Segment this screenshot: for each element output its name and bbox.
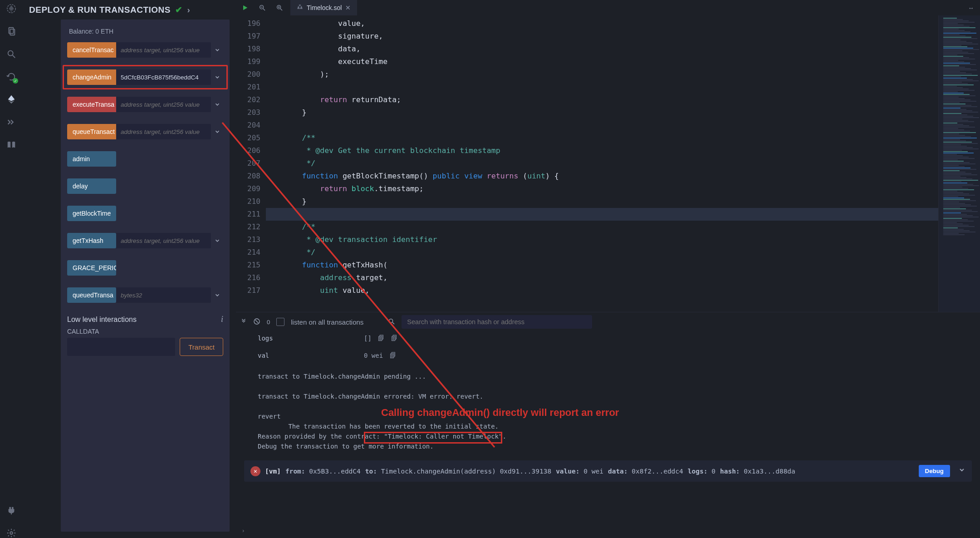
terminal-search-input[interactable] (402, 315, 592, 329)
function-button-cancelTransac[interactable]: cancelTransac (67, 42, 116, 58)
collapse-icon[interactable] (240, 318, 247, 326)
function-button-delay[interactable]: delay (67, 178, 116, 194)
data-label: data: (608, 468, 628, 475)
expand-icon[interactable]: ↔ (965, 1, 977, 14)
minimap[interactable] (938, 15, 980, 312)
debugger-icon[interactable] (6, 117, 16, 127)
function-button-changeAdmin[interactable]: changeAdmin (67, 69, 116, 85)
function-button-queuedTransa[interactable]: queuedTransa (67, 287, 116, 303)
terminal-prompt[interactable]: › (236, 523, 980, 538)
function-button-GRACE_PERIO[interactable]: GRACE_PERIO (67, 260, 116, 276)
to-value: Timelock.changeAdmin(address) 0xd91...39… (381, 468, 551, 475)
lowlevel-title: Low level interactions (67, 316, 137, 324)
listen-label: listen on all transactions (291, 318, 363, 326)
val-label: val (258, 350, 353, 360)
transact-button[interactable]: Transact (180, 338, 223, 356)
function-row-getBlockTime: getBlockTime (67, 206, 223, 221)
data-value: 0x8f2...eddc4 (632, 468, 683, 475)
function-button-getTxHash[interactable]: getTxHash (67, 233, 116, 248)
function-button-admin[interactable]: admin (67, 151, 116, 167)
function-input-queuedTransa[interactable] (116, 287, 211, 303)
function-row-admin: admin (67, 151, 223, 167)
play-icon[interactable] (239, 1, 251, 14)
line-gutter: 1961971981992002012022032042052062072082… (236, 15, 266, 312)
copy-icon[interactable]: 🗐 (387, 335, 397, 342)
icon-sidebar: ✓ (0, 0, 23, 538)
info-icon[interactable]: i (221, 315, 223, 324)
calldata-label: CALLDATA (67, 328, 223, 335)
files-icon[interactable] (6, 26, 16, 36)
panel-body: Balance: 0 ETH cancelTransacchangeAdmine… (61, 20, 230, 532)
compiler-icon[interactable]: ✓ (6, 72, 16, 82)
debug-button[interactable]: Debug (919, 465, 950, 477)
editor-topbar: Timelock.sol ✕ ↔ (236, 0, 980, 15)
terminal-search-icon[interactable] (388, 318, 395, 326)
clear-icon[interactable] (253, 318, 260, 326)
function-row-changeAdmin: changeAdmin (67, 69, 223, 85)
plugin-icon[interactable] (6, 505, 16, 515)
listen-checkbox[interactable] (276, 318, 284, 326)
function-button-executeTransa[interactable]: executeTransa (67, 97, 116, 112)
expand-icon[interactable] (211, 292, 223, 298)
from-label: from: (285, 468, 305, 475)
hash-label: hash: (720, 468, 740, 475)
check-icon: ✔ (175, 5, 183, 15)
lowlevel-header: Low level interactions i (67, 315, 223, 324)
vm-tag: [vm] (265, 466, 281, 476)
code-editor[interactable]: 1961971981992002012022032042052062072082… (236, 15, 980, 312)
copy-icon[interactable]: 🗐 (374, 335, 384, 342)
zoom-out-icon[interactable] (256, 1, 269, 14)
copy-icon[interactable]: 🗐 (386, 352, 396, 359)
search-icon[interactable] (6, 49, 16, 59)
expand-icon[interactable] (211, 74, 223, 80)
tx-summary-row[interactable]: ✕ [vm] from: 0x5B3...eddC4 to: Timelock.… (244, 460, 972, 482)
expand-icon[interactable] (211, 101, 223, 108)
to-label: to: (365, 468, 377, 475)
close-icon[interactable]: ✕ (345, 4, 351, 11)
expand-icon[interactable] (211, 237, 223, 244)
panel-title: DEPLOY & RUN TRANSACTIONS (29, 5, 171, 15)
svg-rect-2 (10, 29, 15, 35)
logs-label: logs (258, 333, 353, 343)
pending-count: 0 (267, 319, 270, 326)
function-row-GRACE_PERIO: GRACE_PERIO (67, 260, 223, 276)
function-row-cancelTransac: cancelTransac (67, 42, 223, 58)
deploy-icon[interactable] (6, 94, 16, 104)
svg-point-8 (389, 319, 393, 322)
function-input-queueTransact[interactable] (116, 124, 211, 139)
function-input-executeTransa[interactable] (116, 97, 211, 112)
settings-icon[interactable] (6, 528, 16, 538)
function-input-changeAdmin[interactable] (116, 69, 211, 85)
annotation-text: Calling changeAdmin() directly will repo… (381, 408, 619, 418)
chevron-down-icon[interactable] (958, 466, 965, 476)
function-input-getTxHash[interactable] (116, 233, 211, 248)
ethereum-logo-icon[interactable] (6, 4, 16, 14)
val-value: 0 wei (364, 352, 383, 359)
svg-point-3 (8, 51, 13, 56)
function-row-queueTransact: queueTransact (67, 124, 223, 139)
zoom-in-icon[interactable] (273, 1, 286, 14)
logs-value: [] (364, 335, 372, 342)
terminal-toolbar: 0 listen on all transactions (236, 312, 980, 331)
tab-filename: Timelock.sol (307, 4, 342, 11)
svg-rect-1 (9, 28, 14, 34)
calldata-input[interactable] (67, 338, 175, 356)
function-input-cancelTransac[interactable] (116, 42, 211, 58)
expand-icon[interactable] (211, 47, 223, 53)
terminal-output[interactable]: logs [] 🗐 🗐 val 0 wei 🗐 transact to Time… (236, 331, 980, 523)
terminal-panel: 0 listen on all transactions logs [] 🗐 🗐… (236, 312, 980, 538)
function-button-queueTransact[interactable]: queueTransact (67, 124, 116, 139)
balance-text: Balance: 0 ETH (67, 28, 223, 42)
chevron-right-icon[interactable]: › (187, 5, 190, 15)
main-area: Timelock.sol ✕ ↔ 19619719819920020120220… (236, 0, 980, 538)
deploy-panel: DEPLOY & RUN TRANSACTIONS ✔ › Balance: 0… (23, 0, 236, 538)
value-label: value: (556, 468, 579, 475)
txlogs-label: logs: (688, 468, 708, 475)
code-content[interactable]: value, signature, data, executeTime ); r… (266, 15, 938, 312)
function-row-getTxHash: getTxHash (67, 233, 223, 248)
function-row-executeTransa: executeTransa (67, 97, 223, 112)
book-icon[interactable] (6, 140, 16, 150)
file-tab[interactable]: Timelock.sol ✕ (290, 0, 357, 15)
function-button-getBlockTime[interactable]: getBlockTime (67, 206, 116, 221)
expand-icon[interactable] (211, 128, 223, 135)
